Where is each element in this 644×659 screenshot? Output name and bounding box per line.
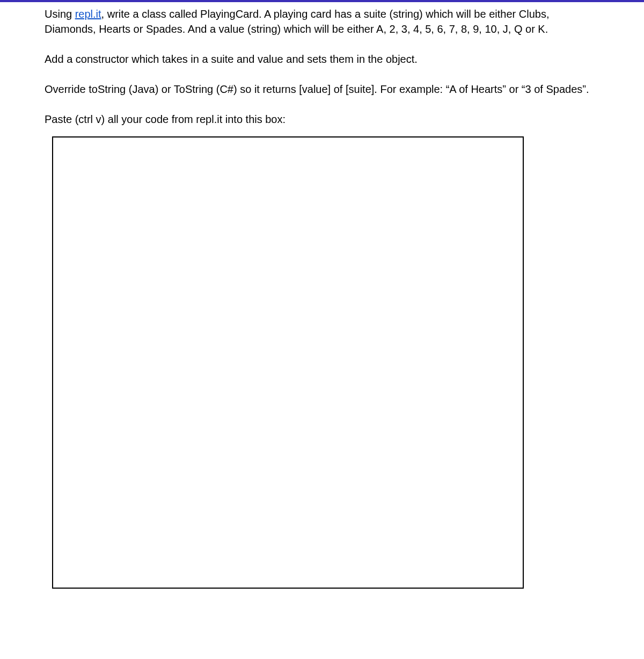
text-after-link: , write a class called PlayingCard. A pl… bbox=[45, 8, 549, 35]
paragraph-instructions-3: Override toString (Java) or ToString (C#… bbox=[45, 82, 599, 97]
answer-textbox[interactable] bbox=[52, 136, 524, 589]
replit-link[interactable]: repl.it bbox=[75, 8, 101, 20]
paragraph-instructions-1: Using repl.it, write a class called Play… bbox=[45, 6, 599, 37]
text-before-link: Using bbox=[45, 8, 75, 20]
document-content: Using repl.it, write a class called Play… bbox=[0, 2, 644, 610]
paragraph-paste-prompt: Paste (ctrl v) all your code from repl.i… bbox=[45, 112, 599, 127]
paragraph-instructions-2: Add a constructor which takes in a suite… bbox=[45, 52, 599, 67]
